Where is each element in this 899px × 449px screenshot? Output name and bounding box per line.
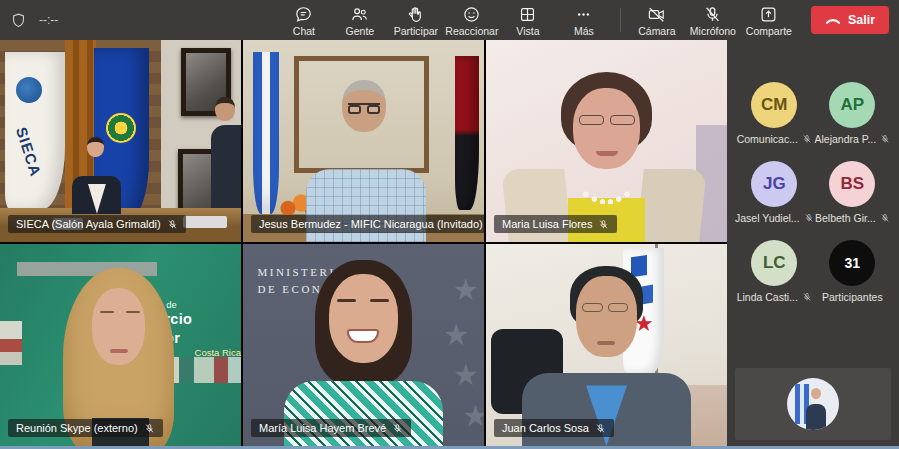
toolbar-divider bbox=[620, 8, 621, 32]
laptop bbox=[183, 216, 227, 228]
participant-label: Belbeth Gir... bbox=[815, 212, 890, 224]
video-tile-sieca[interactable]: SIECA SIECA (Salón Ayala Grimaldi) bbox=[0, 40, 241, 242]
raise-hand-label: Participar bbox=[394, 25, 438, 37]
phone-hangup-icon bbox=[825, 15, 841, 25]
mic-muted-icon bbox=[802, 134, 812, 144]
eyebrows bbox=[100, 311, 140, 314]
camera-button[interactable]: Cámara bbox=[629, 3, 685, 37]
mic-muted-icon bbox=[880, 134, 890, 144]
avatar: AP bbox=[829, 82, 875, 128]
chat-icon bbox=[294, 5, 313, 24]
meeting-window: --:-- Chat Gente bbox=[0, 0, 899, 449]
chat-button[interactable]: Chat bbox=[276, 3, 332, 37]
participant-head bbox=[87, 137, 104, 157]
video-tile-bermudez[interactable]: Jesus Bermudez - MIFIC Nicaragua (Invita… bbox=[243, 40, 484, 242]
participant-label: Linda Casti... bbox=[737, 291, 812, 303]
meeting-stage: SIECA SIECA (Salón Ayala Grimaldi) bbox=[0, 40, 899, 446]
star-decoration: ★ bbox=[443, 317, 470, 352]
participant-name: Maria Luisa Flores bbox=[502, 218, 592, 230]
nicaragua-flag bbox=[253, 52, 280, 214]
mic-muted-icon bbox=[598, 219, 609, 230]
microphone-button[interactable]: Micrófono bbox=[685, 3, 741, 37]
video-tile-flores[interactable]: Maria Luisa Flores bbox=[486, 40, 727, 242]
participants-count-label: Participantes bbox=[822, 291, 883, 303]
chat-label: Chat bbox=[293, 25, 315, 37]
view-button[interactable]: Vista bbox=[500, 3, 556, 37]
participant-lc[interactable]: LC Linda Casti... bbox=[735, 240, 814, 303]
participant-label: Alejandra P... bbox=[814, 133, 890, 145]
red-black-flag bbox=[455, 56, 479, 210]
participant-name: Reunión Skype (externo) bbox=[16, 422, 138, 434]
participant-label: Jasel Yudiel... bbox=[735, 212, 814, 224]
sieca-flag-text: SIECA bbox=[13, 125, 45, 179]
mic-muted-icon bbox=[144, 423, 155, 434]
participant-name-tag: María Luisa Hayem Brevé bbox=[251, 419, 411, 437]
flag-blue-field bbox=[631, 254, 647, 276]
mouth bbox=[596, 151, 618, 156]
participant-head bbox=[573, 88, 640, 169]
more-button[interactable]: Más bbox=[556, 3, 612, 37]
mouth bbox=[110, 349, 128, 353]
participant-name: Juan Carlos Sosa bbox=[502, 422, 589, 434]
more-icon bbox=[574, 5, 593, 24]
meeting-toolbar: --:-- Chat Gente bbox=[0, 0, 899, 40]
participants-sidebar: CM Comunicac... AP Alejandra P... JG bbox=[727, 40, 899, 446]
people-button[interactable]: Gente bbox=[332, 3, 388, 37]
glasses bbox=[582, 303, 628, 312]
participants-count-badge: 31 bbox=[829, 240, 875, 286]
sieca-flag: SIECA bbox=[5, 52, 65, 210]
star-decoration: ★ bbox=[462, 398, 484, 433]
more-label: Más bbox=[574, 25, 594, 37]
mouth bbox=[597, 341, 615, 345]
sieca-logo bbox=[16, 77, 42, 103]
toolbar-left-group: --:-- bbox=[10, 12, 58, 29]
video-grid: SIECA SIECA (Salón Ayala Grimaldi) bbox=[0, 40, 727, 446]
video-tile-sosa[interactable]: ★ Juan Carlos Sosa bbox=[486, 244, 727, 446]
share-label: Comparte bbox=[746, 25, 792, 37]
participant-name: SIECA (Salón Ayala Grimaldi) bbox=[16, 218, 161, 230]
participant-name-tag: Reunión Skype (externo) bbox=[8, 419, 163, 437]
self-view-tile[interactable] bbox=[735, 368, 891, 440]
self-avatar bbox=[787, 378, 839, 430]
mic-muted-icon bbox=[880, 213, 890, 223]
glasses bbox=[579, 115, 635, 125]
avatar: JG bbox=[751, 161, 797, 207]
participant-head bbox=[215, 97, 235, 121]
mic-muted-icon bbox=[392, 423, 403, 434]
video-tile-hayem[interactable]: MINISTERIO DE ECONOMÍA ★ ★ ★ ★ María Lui… bbox=[243, 244, 484, 446]
participant-label: Comunicac... bbox=[737, 133, 812, 145]
eyebrows bbox=[337, 299, 389, 302]
pearl-necklace bbox=[582, 190, 630, 204]
people-label: Gente bbox=[346, 25, 375, 37]
people-icon bbox=[350, 5, 369, 24]
leave-button[interactable]: Salir bbox=[811, 6, 889, 34]
sica-emblem bbox=[106, 113, 136, 143]
participant-cm[interactable]: CM Comunicac... bbox=[735, 82, 814, 145]
participant-name: María Luisa Hayem Brevé bbox=[259, 422, 386, 434]
camera-label: Cámara bbox=[638, 25, 675, 37]
video-tile-comex[interactable]: Ministerio de Comercio Exterior Costa Ri… bbox=[0, 244, 241, 446]
meeting-timer: --:-- bbox=[39, 13, 58, 27]
self-figure bbox=[806, 404, 826, 430]
participant-ap[interactable]: AP Alejandra P... bbox=[814, 82, 891, 145]
shield-icon bbox=[10, 12, 27, 29]
react-button[interactable]: Reaccionar bbox=[444, 3, 500, 37]
participant-name-tag: SIECA (Salón Ayala Grimaldi) bbox=[8, 215, 186, 233]
smiley-icon bbox=[462, 5, 481, 24]
participant-jg[interactable]: JG Jasel Yudiel... bbox=[735, 161, 814, 224]
view-label: Vista bbox=[516, 25, 539, 37]
participants-count[interactable]: 31 Participantes bbox=[814, 240, 891, 303]
glasses bbox=[348, 103, 380, 112]
grid-view-icon bbox=[518, 5, 537, 24]
participant-bs[interactable]: BS Belbeth Gir... bbox=[814, 161, 891, 224]
self-head bbox=[811, 388, 821, 399]
share-button[interactable]: Comparte bbox=[741, 3, 797, 37]
star-decoration: ★ bbox=[452, 272, 479, 307]
microphone-label: Micrófono bbox=[690, 25, 736, 37]
smile bbox=[347, 329, 379, 343]
participant-name-tag: Juan Carlos Sosa bbox=[494, 419, 614, 437]
camera-off-icon bbox=[647, 5, 666, 24]
leave-label: Salir bbox=[848, 13, 875, 27]
raise-hand-button[interactable]: Participar bbox=[388, 3, 444, 37]
share-icon bbox=[759, 5, 778, 24]
